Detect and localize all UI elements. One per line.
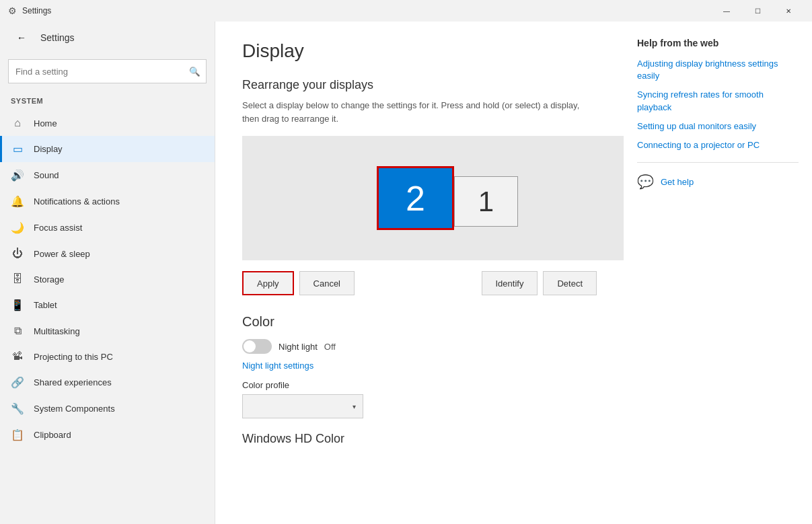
- display-icon: ▭: [11, 143, 24, 155]
- sidebar-item-focus[interactable]: 🌙 Focus assist: [0, 215, 215, 241]
- sidebar-item-label: Home: [34, 118, 57, 128]
- help-link-1[interactable]: Syncing refresh rates for smooth playbac…: [637, 89, 799, 113]
- apply-button[interactable]: Apply: [242, 271, 294, 295]
- app-body: ← Settings 🔍 System ⌂ Home ▭ Display 🔊 S…: [0, 22, 812, 524]
- shared-icon: 🔗: [11, 376, 24, 389]
- color-section: Color Night light Off Night light settin…: [242, 314, 597, 418]
- get-help-label: Get help: [661, 177, 694, 187]
- sidebar-item-clipboard[interactable]: 📋 Clipboard: [0, 422, 215, 448]
- sidebar: ← Settings 🔍 System ⌂ Home ▭ Display 🔊 S…: [0, 22, 215, 524]
- rearrange-desc: Select a display below to change the set…: [242, 99, 597, 125]
- btn-spacer: [360, 271, 476, 295]
- sidebar-item-label: Notifications & actions: [34, 196, 120, 207]
- monitor-1[interactable]: 1: [454, 176, 518, 227]
- sidebar-item-home[interactable]: ⌂ Home: [0, 110, 215, 136]
- multitasking-icon: ⧉: [11, 325, 24, 337]
- sidebar-item-label: Shared experiences: [34, 377, 112, 387]
- sidebar-nav-top: ← Settings: [0, 22, 215, 54]
- monitor-2-label: 2: [406, 178, 425, 219]
- windows-hd-section: Windows HD Color: [242, 432, 597, 446]
- identify-button[interactable]: Identify: [482, 271, 538, 295]
- display-preview: 2 1: [242, 136, 624, 260]
- home-icon: ⌂: [11, 117, 24, 129]
- sidebar-item-notifications[interactable]: 🔔 Notifications & actions: [0, 188, 215, 215]
- monitor-2[interactable]: 2: [377, 166, 454, 230]
- get-help-row[interactable]: 💬 Get help: [637, 174, 799, 190]
- sidebar-item-components[interactable]: 🔧 System Components: [0, 396, 215, 422]
- search-box: 🔍: [8, 59, 207, 83]
- night-light-row: Night light Off: [242, 339, 597, 354]
- sidebar-item-label: Sound: [34, 170, 59, 180]
- night-light-status: Off: [324, 342, 336, 352]
- night-light-toggle[interactable]: [242, 339, 272, 354]
- display-btn-row: Apply Cancel Identify Detect: [242, 271, 597, 295]
- sidebar-item-label: Focus assist: [34, 223, 82, 233]
- notifications-icon: 🔔: [11, 195, 24, 208]
- focus-icon: 🌙: [11, 221, 24, 234]
- titlebar-controls: — ☐ ✕: [711, 0, 804, 22]
- monitor-1-label: 1: [478, 186, 494, 218]
- sidebar-item-label: Power & sleep: [34, 249, 90, 259]
- sidebar-item-label: Projecting to this PC: [34, 352, 113, 362]
- sidebar-item-projecting[interactable]: 📽 Projecting to this PC: [0, 344, 215, 369]
- help-title: Help from the web: [637, 38, 799, 48]
- components-icon: 🔧: [11, 402, 24, 415]
- sidebar-app-title: Settings: [40, 32, 75, 43]
- color-title: Color: [242, 314, 597, 330]
- sidebar-section-label: System: [0, 91, 215, 110]
- sidebar-item-label: Display: [34, 144, 63, 154]
- sidebar-item-label: Tablet: [34, 300, 57, 310]
- windows-hd-title: Windows HD Color: [242, 432, 597, 446]
- help-panel: Help from the web Adjusting display brig…: [624, 22, 812, 524]
- color-profile-dropdown[interactable]: ▾: [242, 394, 363, 418]
- power-icon: ⏻: [11, 248, 24, 260]
- storage-icon: 🗄: [11, 273, 24, 285]
- back-button[interactable]: ←: [11, 27, 32, 48]
- tablet-icon: 📱: [11, 299, 24, 311]
- search-input[interactable]: [8, 59, 207, 83]
- close-button[interactable]: ✕: [773, 0, 804, 22]
- page-title: Display: [242, 40, 597, 62]
- sidebar-item-label: Multitasking: [34, 326, 80, 336]
- maximize-button[interactable]: ☐: [742, 0, 773, 22]
- night-light-label: Night light: [279, 342, 318, 352]
- sidebar-item-label: Storage: [34, 274, 65, 285]
- help-link-0[interactable]: Adjusting display brightness settings ea…: [637, 58, 799, 82]
- projecting-icon: 📽: [11, 350, 24, 363]
- sidebar-item-display[interactable]: ▭ Display: [0, 136, 215, 162]
- titlebar: ⚙ Settings — ☐ ✕: [0, 0, 812, 22]
- main-content: Display Rearrange your displays Select a…: [215, 22, 624, 524]
- sidebar-item-power[interactable]: ⏻ Power & sleep: [0, 241, 215, 266]
- help-divider: [637, 162, 799, 163]
- sidebar-item-label: Clipboard: [34, 430, 71, 440]
- color-profile-label: Color profile: [242, 380, 597, 390]
- cancel-button[interactable]: Cancel: [299, 271, 355, 295]
- sidebar-item-storage[interactable]: 🗄 Storage: [0, 266, 215, 292]
- search-icon[interactable]: 🔍: [182, 59, 207, 83]
- rearrange-title: Rearrange your displays: [242, 78, 597, 92]
- help-link-2[interactable]: Setting up dual monitors easily: [637, 120, 799, 133]
- detect-button[interactable]: Detect: [543, 271, 597, 295]
- sidebar-item-multitasking[interactable]: ⧉ Multitasking: [0, 318, 215, 344]
- toggle-knob: [244, 340, 256, 352]
- sound-icon: 🔊: [11, 169, 24, 182]
- sidebar-item-shared[interactable]: 🔗 Shared experiences: [0, 369, 215, 396]
- minimize-button[interactable]: —: [711, 0, 742, 22]
- settings-icon: ⚙: [8, 5, 17, 16]
- help-link-3[interactable]: Connecting to a projector or PC: [637, 139, 799, 151]
- night-light-settings-link[interactable]: Night light settings: [242, 361, 597, 371]
- sidebar-item-label: System Components: [34, 404, 115, 414]
- sidebar-item-tablet[interactable]: 📱 Tablet: [0, 292, 215, 318]
- clipboard-icon: 📋: [11, 428, 24, 441]
- chevron-down-icon: ▾: [353, 403, 356, 410]
- titlebar-title: Settings: [22, 6, 711, 15]
- sidebar-item-sound[interactable]: 🔊 Sound: [0, 162, 215, 188]
- get-help-icon: 💬: [637, 174, 654, 190]
